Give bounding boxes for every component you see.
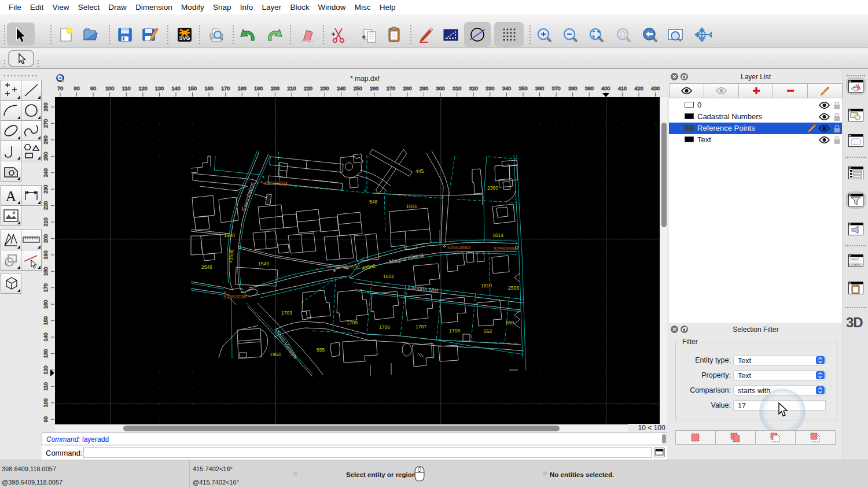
svg-text:1708: 1708 — [449, 328, 460, 334]
svg-text:360: 360 — [535, 86, 544, 91]
svg-text:52563284: 52563284 — [264, 180, 288, 186]
svg-text:200: 200 — [43, 234, 49, 243]
svg-text:420: 420 — [634, 86, 643, 91]
svg-text:310: 310 — [453, 86, 461, 91]
svg-text:90: 90 — [90, 86, 96, 91]
svg-text:1931: 1931 — [406, 204, 417, 209]
svg-text:160: 160 — [43, 300, 49, 309]
svg-text:52563694: 52563694 — [494, 246, 517, 252]
svg-text:70: 70 — [57, 86, 63, 91]
svg-text:220: 220 — [304, 86, 312, 91]
svg-text:1580: 1580 — [224, 232, 235, 238]
svg-text:120: 120 — [43, 365, 49, 374]
svg-text:1706: 1706 — [379, 324, 390, 330]
svg-text:320: 320 — [469, 86, 478, 91]
svg-text:300: 300 — [436, 86, 445, 91]
svg-text:52563693: 52563693 — [447, 245, 470, 250]
svg-text:120: 120 — [138, 86, 147, 91]
svg-text:200: 200 — [271, 86, 279, 91]
svg-text:548: 548 — [369, 199, 377, 205]
svg-text:110: 110 — [43, 382, 49, 390]
svg-text:110: 110 — [122, 86, 130, 91]
svg-text:220: 220 — [43, 201, 49, 210]
svg-text:130: 130 — [43, 349, 49, 358]
svg-text:190: 190 — [43, 250, 49, 259]
svg-text:Laboris Nisi: Laboris Nisi — [408, 284, 439, 294]
svg-text:2360: 2360 — [487, 185, 498, 191]
svg-text:150: 150 — [188, 86, 197, 91]
svg-text:280: 280 — [43, 102, 49, 111]
svg-text:170: 170 — [221, 86, 230, 91]
svg-text:1614: 1614 — [492, 232, 503, 238]
svg-text:280: 280 — [403, 86, 411, 91]
svg-text:550: 550 — [506, 320, 514, 326]
svg-text:190: 190 — [254, 86, 263, 91]
svg-text:330: 330 — [486, 86, 494, 91]
svg-text:445: 445 — [415, 168, 424, 174]
svg-text:1549: 1549 — [258, 261, 269, 267]
svg-text:170: 170 — [43, 283, 49, 292]
svg-text:2506: 2506 — [508, 285, 519, 291]
svg-text:290: 290 — [420, 86, 428, 91]
svg-text:240: 240 — [43, 168, 49, 177]
svg-text:SVG: SVG — [179, 35, 190, 41]
svg-text:250: 250 — [43, 152, 49, 161]
svg-text:400: 400 — [601, 86, 610, 91]
svg-text:555: 555 — [317, 347, 325, 353]
svg-text:150: 150 — [43, 316, 49, 325]
svg-text:240: 240 — [337, 86, 345, 91]
svg-text:270: 270 — [387, 86, 395, 91]
svg-text:230: 230 — [43, 185, 49, 194]
svg-text:Magna Aliqua: Magna Aliqua — [388, 251, 424, 265]
svg-text:140: 140 — [43, 332, 49, 341]
svg-text:43506: 43506 — [227, 249, 235, 263]
svg-text:160: 160 — [205, 86, 214, 91]
svg-text:260: 260 — [43, 135, 49, 144]
svg-text:552: 552 — [484, 328, 492, 334]
svg-text:90: 90 — [43, 416, 49, 422]
svg-text:350: 350 — [518, 86, 527, 91]
svg-text:230: 230 — [321, 86, 329, 91]
svg-text:43505: 43505 — [362, 263, 376, 271]
svg-text:1810: 1810 — [481, 283, 492, 289]
svg-text:130: 130 — [155, 86, 164, 91]
svg-text:370: 370 — [552, 86, 561, 91]
svg-text:180: 180 — [43, 267, 49, 276]
svg-text:180: 180 — [238, 86, 247, 91]
svg-text:80: 80 — [74, 86, 80, 91]
svg-text:52563692: 52563692 — [337, 264, 360, 269]
svg-text:210: 210 — [287, 86, 296, 91]
svg-text:1953: 1953 — [270, 352, 281, 357]
svg-text:A: A — [6, 188, 17, 205]
svg-text:1705: 1705 — [347, 320, 358, 326]
svg-text:430: 430 — [651, 86, 660, 91]
svg-text:260: 260 — [370, 86, 378, 91]
svg-text:250: 250 — [354, 86, 362, 91]
svg-text:380: 380 — [568, 86, 577, 91]
svg-text:1703: 1703 — [281, 310, 292, 316]
svg-text:2546: 2546 — [201, 264, 212, 270]
svg-text:c:command: c:command — [850, 264, 860, 266]
svg-text:390: 390 — [585, 86, 594, 91]
svg-text:210: 210 — [43, 217, 49, 226]
svg-text:100: 100 — [105, 86, 114, 91]
svg-text:340: 340 — [502, 86, 511, 91]
svg-text:command: command — [850, 258, 859, 260]
svg-text:410: 410 — [618, 86, 627, 91]
svg-text:270: 270 — [43, 119, 49, 128]
svg-text:1612: 1612 — [383, 273, 394, 279]
svg-text:52563236: 52563236 — [223, 294, 247, 300]
svg-text:1707: 1707 — [415, 324, 426, 330]
svg-text:140: 140 — [171, 86, 180, 91]
svg-text:100: 100 — [43, 398, 49, 407]
